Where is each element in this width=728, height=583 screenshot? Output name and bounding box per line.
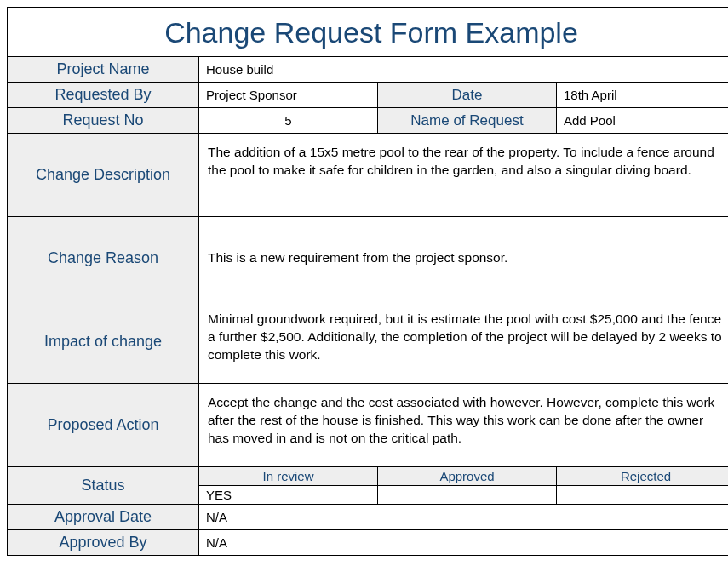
label-request-no: Request No (8, 108, 199, 134)
label-requested-by: Requested By (8, 83, 199, 108)
value-approval-date: N/A (199, 505, 729, 530)
label-proposed-action: Proposed Action (8, 384, 199, 467)
status-value-in-review: YES (199, 486, 378, 505)
status-header-rejected: Rejected (557, 467, 729, 486)
value-date: 18th April (557, 83, 729, 108)
status-header-in-review: In review (199, 467, 378, 486)
value-name-of-request: Add Pool (557, 108, 729, 134)
value-project-name: House build (199, 57, 729, 83)
status-header-approved: Approved (378, 467, 557, 486)
value-impact-of-change: Minimal groundwork required, but it is e… (199, 300, 729, 384)
value-change-reason: This is a new requirement from the proje… (199, 217, 729, 300)
label-approved-by: Approved By (8, 530, 199, 556)
value-proposed-action: Accept the change and the cost associate… (199, 384, 729, 467)
change-request-form: Change Request Form Example Project Name… (7, 7, 728, 556)
label-name-of-request: Name of Request (378, 108, 557, 134)
label-change-description: Change Description (8, 134, 199, 217)
status-value-rejected (557, 486, 729, 505)
label-approval-date: Approval Date (8, 505, 199, 530)
label-change-reason: Change Reason (8, 217, 199, 300)
value-change-description: The addition of a 15x5 metre pool to the… (199, 134, 729, 217)
value-request-no: 5 (199, 108, 378, 134)
label-status: Status (8, 467, 199, 505)
label-date: Date (378, 83, 557, 108)
label-impact-of-change: Impact of change (8, 300, 199, 384)
label-project-name: Project Name (8, 57, 199, 83)
form-title: Change Request Form Example (8, 8, 729, 57)
value-requested-by: Project Sponsor (199, 83, 378, 108)
status-value-approved (378, 486, 557, 505)
value-approved-by: N/A (199, 530, 729, 556)
